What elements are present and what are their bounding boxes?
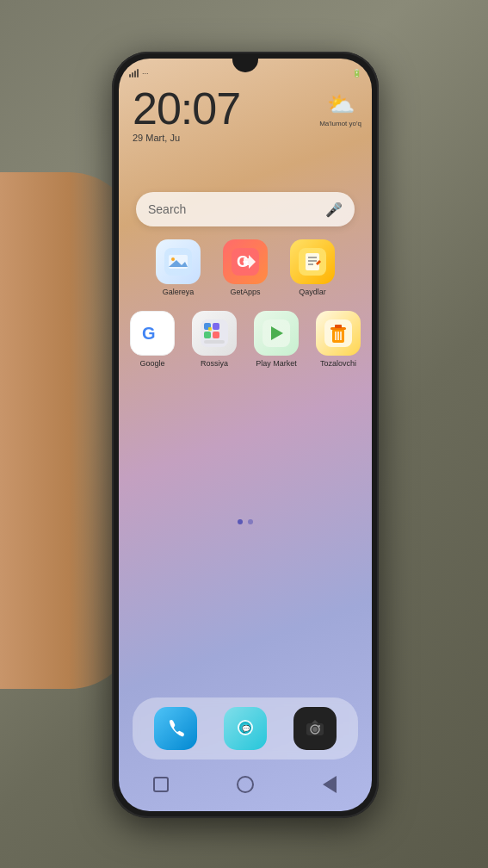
dock: 💬 xyxy=(133,698,358,760)
app-row-2: G Google xyxy=(136,311,355,369)
phone-shell: ··· 🔋 20:07 29 Mart, Ju ⛅ Ma'lumot yo'q … xyxy=(112,52,379,818)
clock-time: 20:07 xyxy=(133,86,240,131)
phone-screen: ··· 🔋 20:07 29 Mart, Ju ⛅ Ma'lumot yo'q … xyxy=(119,59,372,811)
svg-point-36 xyxy=(312,727,318,732)
google-icon: G xyxy=(130,311,175,356)
status-left: ··· xyxy=(129,65,149,81)
app-row-1: Galereya xyxy=(136,239,355,297)
rossiya-icon xyxy=(192,311,237,356)
nav-back-button[interactable] xyxy=(314,769,345,800)
qaydlar-label: Qaydlar xyxy=(299,288,326,297)
galereya-icon xyxy=(156,239,201,284)
status-right: 🔋 xyxy=(352,69,361,78)
scene: ··· 🔋 20:07 29 Mart, Ju ⛅ Ma'lumot yo'q … xyxy=(0,0,488,868)
svg-rect-26 xyxy=(335,325,342,328)
search-placeholder: Search xyxy=(148,202,325,216)
dock-messages[interactable]: 💬 xyxy=(224,707,267,750)
page-dot-2 xyxy=(248,519,253,524)
signal-icon xyxy=(129,65,139,81)
app-tozalovchi[interactable]: Tozalovchi xyxy=(316,311,361,369)
rossiya-label: Rossiya xyxy=(201,359,228,369)
tozalovchi-icon xyxy=(316,311,361,356)
app-play-market[interactable]: Play Market xyxy=(254,311,299,369)
nav-home-button[interactable] xyxy=(230,769,261,800)
clock-date: 29 Mart, Ju xyxy=(133,133,240,143)
svg-rect-16 xyxy=(213,323,219,330)
app-grid: Galereya xyxy=(136,239,355,382)
svg-rect-20 xyxy=(204,340,225,344)
page-indicator xyxy=(238,519,253,524)
recents-icon xyxy=(153,777,169,792)
home-icon xyxy=(237,776,254,793)
svg-point-37 xyxy=(318,725,320,727)
page-dot-1 xyxy=(238,519,243,524)
app-qaydlar[interactable]: Qaydlar xyxy=(287,239,337,297)
svg-marker-34 xyxy=(312,720,318,723)
app-getapps[interactable]: G GetApps xyxy=(220,239,270,297)
getapps-label: GetApps xyxy=(230,288,260,297)
nav-bar xyxy=(119,766,372,803)
back-icon xyxy=(323,776,337,793)
play-market-icon xyxy=(254,311,299,356)
qaydlar-icon xyxy=(290,239,335,284)
svg-text:💬: 💬 xyxy=(242,724,250,733)
app-galereya[interactable]: Galereya xyxy=(153,239,203,297)
search-bar[interactable]: Search 🎤 xyxy=(136,192,355,226)
tozalovchi-label: Tozalovchi xyxy=(320,359,356,369)
app-google[interactable]: G Google xyxy=(130,311,175,369)
app-rossiya[interactable]: Rossiya xyxy=(192,311,237,369)
nav-recents-button[interactable] xyxy=(145,769,176,800)
svg-text:G: G xyxy=(142,324,156,343)
status-dots: ··· xyxy=(142,69,149,78)
dock-phone[interactable] xyxy=(154,707,197,750)
clock-area: 20:07 29 Mart, Ju xyxy=(133,86,240,143)
svg-rect-19 xyxy=(208,327,212,331)
getapps-icon: G xyxy=(223,239,268,284)
battery-icon: 🔋 xyxy=(352,69,361,78)
svg-point-2 xyxy=(171,257,175,261)
weather-label: Ma'lumot yo'q xyxy=(319,120,361,127)
weather-icon: ⛅ xyxy=(327,91,355,118)
svg-rect-17 xyxy=(204,332,211,338)
mic-icon[interactable]: 🎤 xyxy=(325,202,343,218)
play-market-label: Play Market xyxy=(256,359,297,369)
svg-rect-8 xyxy=(306,253,319,270)
svg-rect-18 xyxy=(213,332,219,338)
weather-widget: ⛅ Ma'lumot yo'q xyxy=(319,91,361,127)
galereya-label: Galereya xyxy=(163,288,195,297)
dock-camera[interactable] xyxy=(293,707,337,750)
google-label: Google xyxy=(139,359,164,369)
